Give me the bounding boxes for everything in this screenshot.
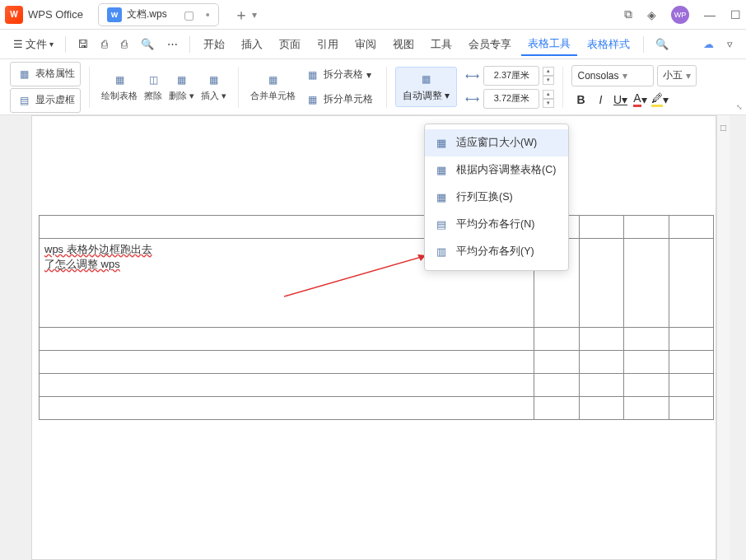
title-bar: W WPS Office W 文档.wps ▢ • ＋ ▾ ⧉ ◈ WP — ☐ (0, 0, 746, 30)
split-cells-button[interactable]: ▦拆分单元格 (299, 88, 378, 111)
document-canvas: wps 表格外边框跑出去了怎么调整 wps □ ⬉ (0, 115, 746, 560)
menu-start[interactable]: 开始 (197, 34, 231, 55)
preview-icon[interactable]: 🔍 (136, 35, 159, 54)
auto-adjust-icon: ▦ (418, 71, 435, 87)
more-icon[interactable]: ⋯ (162, 35, 183, 54)
document-tab[interactable]: W 文档.wps ▢ • (98, 3, 219, 26)
gridlines-icon: ▤ (16, 92, 32, 109)
sidebar-lock-icon[interactable]: □ (720, 122, 726, 133)
print-layout-icon[interactable]: ⎙ (96, 35, 113, 54)
tab-dropdown-icon[interactable]: ▾ (252, 9, 257, 21)
width-down-icon[interactable]: ▾ (543, 99, 554, 108)
dist-rows-icon: ▤ (435, 218, 448, 231)
hamburger-icon: ☰ (13, 38, 23, 50)
right-sidebar: □ (716, 115, 730, 560)
eraser-button[interactable]: ◫擦除 (141, 72, 166, 102)
dropdown-swap[interactable]: ▦行列互换(S) (425, 184, 568, 211)
split-table-button[interactable]: ▦拆分表格 ▾ (299, 63, 378, 86)
document-page[interactable]: wps 表格外边框跑出去了怎么调整 wps (31, 115, 716, 560)
width-icon: ⟷ (464, 91, 480, 107)
tab-minimize-icon[interactable]: ▢ (184, 8, 194, 21)
avatar[interactable]: WP (671, 6, 689, 24)
draw-table-icon: ▦ (111, 72, 128, 88)
split-table-icon: ▦ (304, 67, 320, 83)
col-width-input[interactable]: ⟷3.72厘米▴▾ (464, 89, 554, 109)
dropdown-dist-cols[interactable]: ▥平均分布各列(Y) (425, 238, 568, 265)
dropdown-dist-rows[interactable]: ▤平均分布各行(N) (425, 211, 568, 238)
auto-adjust-dropdown: ▦适应窗口大小(W) ▦根据内容调整表格(C) ▦行列互换(S) ▤平均分布各行… (424, 124, 569, 271)
file-menu[interactable]: ☰ 文件 ▾ (8, 34, 58, 55)
fit-content-icon: ▦ (435, 164, 448, 177)
italic-button[interactable]: I (591, 90, 609, 110)
height-down-icon[interactable]: ▾ (543, 76, 554, 85)
grid-icon: ▦ (16, 66, 32, 82)
layout-icon[interactable]: ⧉ (624, 7, 632, 21)
cloud-icon[interactable]: ☁ (698, 35, 719, 54)
dropdown-fit-content[interactable]: ▦根据内容调整表格(C) (425, 156, 568, 184)
split-cells-icon: ▦ (304, 91, 320, 108)
dist-cols-icon: ▥ (435, 245, 448, 259)
height-icon: ⟷ (464, 68, 480, 84)
menu-view[interactable]: 视图 (386, 34, 421, 55)
delete-icon: ▦ (174, 72, 190, 88)
table-props-button[interactable]: ▦表格属性 (10, 62, 81, 86)
tab-label: 文档.wps (127, 7, 167, 21)
save-icon[interactable]: 🖫 (72, 35, 93, 54)
collapse-ribbon-icon[interactable]: ▿ (722, 35, 738, 54)
ribbon-expand-icon[interactable]: ⤡ (736, 103, 743, 111)
highlight-button[interactable]: 🖉▾ (650, 90, 669, 110)
font-color-button[interactable]: A▾ (631, 90, 649, 110)
menu-ref[interactable]: 引用 (310, 34, 345, 55)
chevron-down-icon: ▾ (49, 40, 54, 49)
insert-icon: ▦ (206, 72, 222, 88)
menu-page[interactable]: 页面 (273, 34, 307, 55)
app-name: WPS Office (28, 8, 83, 21)
menu-table-tools[interactable]: 表格工具 (521, 33, 577, 56)
dropdown-fit-window[interactable]: ▦适应窗口大小(W) (425, 129, 568, 156)
document-table[interactable]: wps 表格外边框跑出去了怎么调整 wps (39, 215, 714, 420)
row-height-input[interactable]: ⟷2.37厘米▴▾ (464, 66, 554, 86)
insert-button[interactable]: ▦插入 ▾ (198, 72, 230, 102)
swap-icon: ▦ (435, 191, 448, 204)
tab-close-icon[interactable]: • (206, 8, 210, 21)
cube-icon[interactable]: ◈ (647, 8, 656, 21)
bold-button[interactable]: B (571, 90, 590, 110)
fit-window-icon: ▦ (435, 137, 448, 150)
ribbon: ▦表格属性 ▤显示虚框 ▦绘制表格 ◫擦除 ▦删除 ▾ ▦插入 ▾ ▦合并单元格… (0, 59, 746, 115)
window-minimize-icon[interactable]: — (704, 8, 716, 21)
delete-button[interactable]: ▦删除 ▾ (166, 72, 198, 102)
doc-icon: W (107, 7, 122, 22)
merge-cells-button: ▦合并单元格 (247, 72, 299, 102)
menu-review[interactable]: 审阅 (348, 34, 383, 55)
font-size-select[interactable]: 小五▾ (657, 65, 697, 86)
show-grid-button[interactable]: ▤显示虚框 (10, 88, 81, 113)
font-name-select[interactable]: Consolas▾ (571, 65, 654, 86)
merge-icon: ▦ (265, 72, 282, 88)
height-up-icon[interactable]: ▴ (543, 67, 554, 76)
menu-member[interactable]: 会员专享 (462, 34, 518, 55)
menu-tools[interactable]: 工具 (424, 34, 459, 55)
new-tab-button[interactable]: ＋ (234, 5, 249, 25)
auto-adjust-button[interactable]: ▦ 自动调整 ▾ (395, 67, 457, 107)
window-maximize-icon[interactable]: ☐ (730, 8, 741, 21)
search-icon[interactable]: 🔍 (650, 35, 674, 54)
print-icon[interactable]: ⎙ (116, 35, 133, 54)
eraser-icon: ◫ (145, 72, 161, 88)
menu-bar: ☰ 文件 ▾ 🖫 ⎙ ⎙ 🔍 ⋯ 开始 插入 页面 引用 审阅 视图 工具 会员… (0, 30, 746, 59)
draw-table-button[interactable]: ▦绘制表格 (98, 72, 141, 102)
width-up-icon[interactable]: ▴ (543, 90, 554, 99)
underline-button[interactable]: U▾ (611, 90, 629, 110)
menu-table-style[interactable]: 表格样式 (580, 34, 636, 55)
app-logo: W (5, 6, 23, 24)
menu-insert[interactable]: 插入 (235, 34, 269, 55)
